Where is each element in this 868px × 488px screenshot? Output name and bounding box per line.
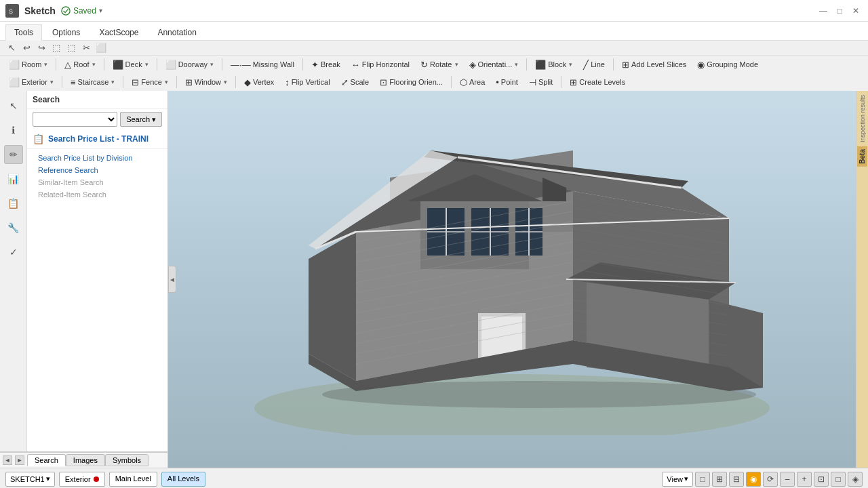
flip-vertical-button[interactable]: ↕ Flip Vertical	[280, 75, 334, 89]
tab-annotation[interactable]: Annotation	[149, 24, 205, 40]
view-dropdown[interactable]: View ▾	[662, 472, 693, 487]
search-row: Search ▾	[27, 109, 167, 129]
staircase-button[interactable]: ≡ Staircase ▾	[66, 75, 119, 89]
zoom-fit-button[interactable]: ⊡	[814, 472, 829, 487]
create-levels-button[interactable]: ⊞ Create Levels	[565, 75, 630, 89]
vertex-button[interactable]: ◆ Vertex	[239, 75, 279, 89]
exterior-button[interactable]: ⬜ Exterior ▾	[4, 75, 58, 89]
search-link-reference[interactable]: Reference Search	[33, 164, 162, 176]
line-icon: ╱	[583, 60, 589, 70]
search-button[interactable]: Search ▾	[120, 112, 162, 127]
sidebar-icon-tools[interactable]: 🔧	[4, 218, 23, 237]
flip-horizontal-button[interactable]: ↔ Flip Horizontal	[347, 57, 414, 72]
ribbon-tabs: Tools Options XactScope Annotation	[0, 22, 868, 41]
point-button[interactable]: • Point	[491, 75, 523, 89]
search-link-division[interactable]: Search Price List by Division	[33, 152, 162, 164]
select-tool-button[interactable]: ↖	[5, 42, 18, 54]
sidebar-icon-clipboard[interactable]: 📋	[4, 194, 23, 213]
delete-button[interactable]: ⬜	[95, 42, 107, 54]
orbit-button[interactable]: ⟳	[763, 472, 778, 487]
missing-wall-button[interactable]: —·— Missing Wall	[226, 57, 299, 72]
toolbar-row-1: ⬜ Room ▾ △ Roof ▾ ⬛ Deck ▾ ⬜ Doorway ▾ —…	[0, 56, 868, 73]
sketch-selector[interactable]: SKETCH1 ▾	[5, 472, 55, 487]
title-bar-left: S Sketch Saved ▾	[5, 4, 102, 18]
orientation-button[interactable]: ◈ Orientati... ▾	[465, 57, 524, 72]
sidebar-icon-chart[interactable]: 📊	[4, 169, 23, 188]
orientation-caret[interactable]: ▾	[515, 61, 518, 68]
copy-button[interactable]: ⬚	[50, 42, 62, 54]
view-split-button[interactable]: ⊟	[729, 472, 744, 487]
line-button[interactable]: ╱ Line	[578, 57, 610, 72]
all-levels-button[interactable]: All Levels	[161, 472, 205, 487]
sidebar-icon-edit[interactable]: ✏	[4, 145, 23, 164]
tab-xactscope[interactable]: XactScope	[90, 24, 147, 40]
undo-button[interactable]: ↩	[20, 42, 33, 54]
staircase-caret[interactable]: ▾	[111, 79, 115, 85]
sidebar-collapse-button[interactable]: ◄	[168, 266, 176, 293]
room-button[interactable]: ⬜ Room ▾	[4, 57, 52, 72]
settings-view-button[interactable]: ◈	[848, 472, 863, 487]
add-level-slices-button[interactable]: ⊞ Add Level Slices	[617, 57, 691, 72]
exterior-caret[interactable]: ▾	[50, 79, 54, 85]
separator	[222, 58, 222, 70]
tab-options[interactable]: Options	[43, 24, 89, 40]
minimize-button[interactable]: —	[816, 4, 830, 18]
scroll-right-button[interactable]: ►	[15, 455, 24, 465]
exterior-level-button[interactable]: Exterior	[59, 472, 105, 487]
grouping-mode-button[interactable]: ◉ Grouping Mode	[692, 57, 763, 72]
sidebar-icon-info[interactable]: ℹ	[4, 121, 23, 140]
separator	[451, 76, 452, 88]
split-button[interactable]: ⊣ Split	[524, 75, 557, 89]
checkmark-icon	[61, 6, 71, 16]
roof-caret[interactable]: ▾	[92, 61, 96, 68]
view-grid-button[interactable]: ⊞	[712, 472, 727, 487]
tab-symbols[interactable]: Symbols	[105, 454, 149, 466]
exterior-icon: ⬜	[9, 77, 20, 87]
close-button[interactable]: ✕	[849, 4, 863, 18]
redo-button[interactable]: ↪	[35, 42, 47, 54]
tab-tools[interactable]: Tools	[5, 24, 42, 41]
fence-button[interactable]: ⊟ Fence ▾	[127, 75, 173, 89]
sidebar-icon-check[interactable]: ✓	[4, 243, 23, 262]
scroll-left-button[interactable]: ◄	[3, 455, 12, 465]
fence-caret[interactable]: ▾	[165, 79, 168, 85]
block-caret[interactable]: ▾	[569, 61, 572, 68]
paste-button[interactable]: ⬚	[65, 42, 77, 54]
break-button[interactable]: ✦ Break	[307, 57, 345, 72]
doorway-button[interactable]: ⬜ Doorway ▾	[161, 57, 218, 72]
search-dropdown[interactable]	[33, 112, 117, 127]
room-caret[interactable]: ▾	[44, 61, 47, 68]
maximize-button[interactable]: □	[833, 4, 846, 18]
beta-label[interactable]: Beta	[857, 146, 867, 167]
area-button[interactable]: ⬡ Area	[455, 75, 490, 89]
cut-button[interactable]: ✂	[80, 42, 92, 54]
window-caret[interactable]: ▾	[224, 79, 227, 85]
main-level-button[interactable]: Main Level	[109, 472, 157, 487]
deck-caret[interactable]: ▾	[145, 61, 149, 68]
scale-button[interactable]: ⤢ Scale	[336, 75, 374, 89]
roof-button[interactable]: △ Roof ▾	[60, 57, 100, 72]
viewport-3d[interactable]: ◄	[168, 91, 856, 468]
doorway-caret[interactable]: ▾	[210, 61, 214, 68]
rotate-button[interactable]: ↻ Rotate ▾	[416, 57, 462, 72]
deck-button[interactable]: ⬛ Deck ▾	[108, 57, 153, 72]
view-caret: ▾	[684, 474, 688, 483]
roof-icon: △	[64, 60, 71, 70]
view-3d-button[interactable]: ◉	[746, 472, 761, 487]
window-button[interactable]: ⊞ Window ▾	[180, 75, 232, 89]
block-button[interactable]: ⬛ Block ▾	[530, 57, 577, 72]
sidebar-icon-pointer[interactable]: ↖	[4, 96, 23, 115]
view-2d-button[interactable]: □	[695, 472, 710, 487]
app-icon: S	[5, 4, 19, 18]
left-icon-rail: ↖ ℹ ✏ 📊 📋 🔧 ✓	[0, 91, 27, 451]
zoom-out-button[interactable]: –	[780, 472, 795, 487]
zoom-in-button[interactable]: +	[797, 472, 812, 487]
flooring-button[interactable]: ⊡ Flooring Orien...	[375, 75, 448, 89]
app-title: Sketch	[24, 5, 56, 16]
zoom-fit2-button[interactable]: □	[831, 472, 846, 487]
window-icon: ⊞	[185, 77, 193, 87]
rotate-caret[interactable]: ▾	[455, 61, 458, 68]
tab-images[interactable]: Images	[66, 454, 105, 466]
saved-caret[interactable]: ▾	[99, 7, 102, 14]
tab-search[interactable]: Search	[27, 454, 66, 466]
